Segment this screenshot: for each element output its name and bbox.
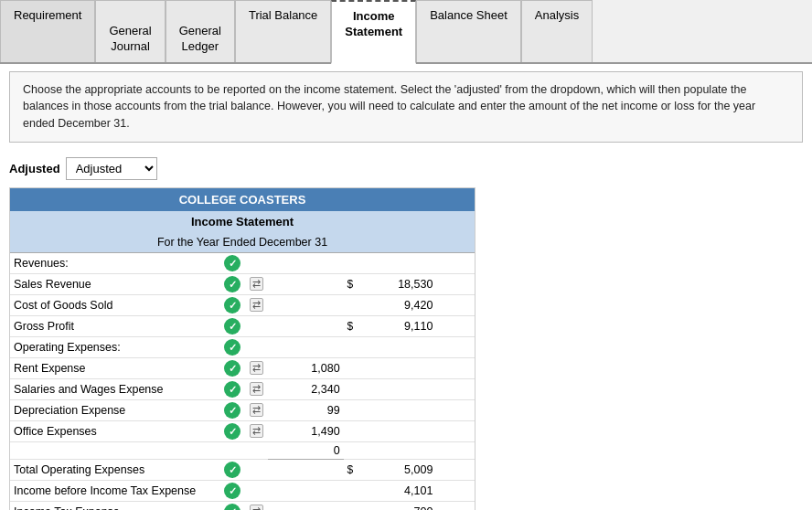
- swap-cell[interactable]: ⇄: [246, 378, 268, 399]
- check-cell[interactable]: ✓: [219, 294, 246, 315]
- row-label: Salaries and Wages Expense: [10, 378, 219, 399]
- table-row: Sales Revenue ✓ ⇄ $ 18,530: [10, 273, 475, 294]
- value-cell: 4,101: [360, 480, 436, 501]
- check-icon: ✓: [224, 381, 240, 398]
- statement-title: Income Statement: [10, 211, 475, 232]
- swap-icon[interactable]: ⇄: [250, 298, 263, 312]
- statement-company: COLLEGE COASTERS: [10, 188, 475, 211]
- check-icon: ✓: [224, 360, 240, 377]
- value-cell: 1,490: [268, 420, 344, 441]
- table-row: Income before Income Tax Expense ✓ 4,101: [10, 480, 475, 501]
- row-label: Rent Expense: [10, 357, 219, 378]
- check-icon: ✓: [224, 423, 240, 440]
- value-cell: 99: [268, 399, 344, 420]
- row-label: Sales Revenue: [10, 273, 219, 294]
- check-cell[interactable]: ✓: [219, 378, 246, 399]
- table-row: Income Tax Expense ✓ ⇄ 700: [10, 501, 475, 510]
- check-cell[interactable]: ✓: [219, 253, 246, 274]
- row-label: Income before Income Tax Expense: [10, 480, 219, 501]
- swap-cell[interactable]: ⇄: [246, 420, 268, 441]
- swap-cell[interactable]: ⇄: [246, 399, 268, 420]
- swap-cell[interactable]: ⇄: [246, 294, 268, 315]
- tab-general-ledger[interactable]: General Ledger: [166, 0, 235, 62]
- check-cell[interactable]: ✓: [219, 357, 246, 378]
- table-row: Office Expenses ✓ ⇄ 1,490: [10, 420, 475, 441]
- swap-cell[interactable]: ⇄: [246, 357, 268, 378]
- tab-general-journal[interactable]: General Journal: [95, 0, 165, 62]
- table-row: Depreciation Expense ✓ ⇄ 99: [10, 399, 475, 420]
- value-cell: 9,420: [360, 294, 436, 315]
- value-cell[interactable]: [268, 441, 344, 459]
- value-cell: 2,340: [268, 378, 344, 399]
- check-cell[interactable]: ✓: [219, 420, 246, 441]
- check-cell[interactable]: ✓: [219, 480, 246, 501]
- table-row: [10, 441, 475, 459]
- value-cell: 5,009: [360, 459, 436, 480]
- swap-cell[interactable]: ⇄: [246, 501, 268, 510]
- row-label: Depreciation Expense: [10, 399, 219, 420]
- row-label: [10, 441, 219, 459]
- swap-icon[interactable]: ⇄: [250, 277, 263, 291]
- check-icon: ✓: [224, 504, 240, 510]
- check-icon: ✓: [224, 255, 240, 271]
- check-cell[interactable]: ✓: [219, 315, 246, 336]
- check-cell[interactable]: ✓: [219, 501, 246, 510]
- table-row: Cost of Goods Sold ✓ ⇄ 9,420: [10, 294, 475, 315]
- row-label: Income Tax Expense: [10, 501, 219, 510]
- statement-container: COLLEGE COASTERS Income Statement For th…: [9, 187, 475, 510]
- check-icon: ✓: [224, 483, 240, 499]
- swap-icon[interactable]: ⇄: [250, 403, 263, 417]
- row-label: Gross Profit: [10, 315, 219, 336]
- input-field[interactable]: [285, 444, 340, 457]
- check-cell[interactable]: ✓: [219, 273, 246, 294]
- check-icon: ✓: [224, 276, 240, 292]
- row-label: Operating Expenses:: [10, 336, 219, 357]
- check-icon: ✓: [224, 462, 240, 478]
- check-cell[interactable]: ✓: [219, 336, 246, 357]
- swap-icon[interactable]: ⇄: [250, 382, 263, 396]
- info-box: Choose the appropriate accounts to be re…: [9, 71, 803, 143]
- value-cell: 9,110: [360, 315, 436, 336]
- check-cell[interactable]: ✓: [219, 399, 246, 420]
- tab-trial-balance[interactable]: Trial Balance: [235, 0, 331, 62]
- table-row: Operating Expenses: ✓: [10, 336, 475, 357]
- row-label: Total Operating Expenses: [10, 459, 219, 480]
- table-row: Revenues: ✓: [10, 253, 475, 274]
- value-cell: 700: [360, 501, 436, 510]
- value-cell: 1,080: [268, 357, 344, 378]
- row-label: Cost of Goods Sold: [10, 294, 219, 315]
- check-icon: ✓: [224, 297, 240, 313]
- swap-icon[interactable]: ⇄: [250, 424, 263, 438]
- tab-balance-sheet[interactable]: Balance Sheet: [416, 0, 521, 62]
- tab-income-statement[interactable]: Income Statement: [331, 0, 416, 64]
- swap-cell[interactable]: ⇄: [246, 273, 268, 294]
- table-row: Rent Expense ✓ ⇄ 1,080: [10, 357, 475, 378]
- dropdown-label: Adjusted: [9, 162, 60, 175]
- dropdown-area: Adjusted Adjusted Unadjusted: [0, 150, 812, 187]
- row-label: Revenues:: [10, 253, 219, 274]
- check-icon: ✓: [224, 402, 240, 419]
- income-statement-table: Revenues: ✓ Sales Revenue ✓ ⇄ $ 18,530: [10, 253, 475, 510]
- table-row: Gross Profit ✓ $ 9,110: [10, 315, 475, 336]
- table-row: Salaries and Wages Expense ✓ ⇄ 2,340: [10, 378, 475, 399]
- statement-period: For the Year Ended December 31: [10, 232, 475, 253]
- table-row: Total Operating Expenses ✓ $ 5,009: [10, 459, 475, 480]
- check-icon: ✓: [224, 339, 240, 356]
- swap-icon[interactable]: ⇄: [250, 361, 263, 375]
- tab-analysis[interactable]: Analysis: [521, 0, 593, 62]
- value-cell: 18,530: [360, 273, 436, 294]
- tab-bar: Requirement General Journal General Ledg…: [0, 0, 812, 64]
- tab-requirement[interactable]: Requirement: [0, 0, 95, 62]
- row-label: Office Expenses: [10, 420, 219, 441]
- content-area: COLLEGE COASTERS Income Statement For th…: [0, 187, 812, 510]
- check-cell[interactable]: ✓: [219, 459, 246, 480]
- adjusted-dropdown[interactable]: Adjusted Unadjusted: [66, 157, 157, 180]
- swap-icon[interactable]: ⇄: [250, 505, 263, 510]
- check-icon: ✓: [224, 318, 240, 335]
